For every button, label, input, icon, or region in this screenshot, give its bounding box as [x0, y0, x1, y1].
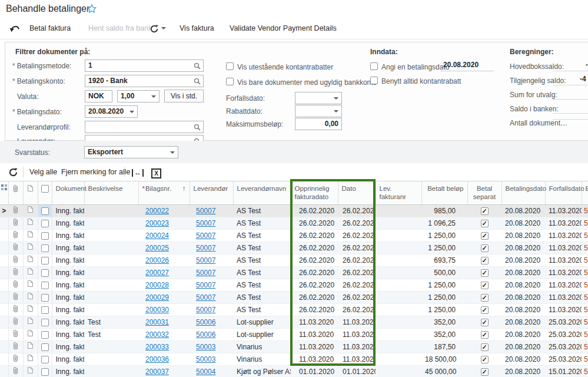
column-header-lev-fakturanr[interactable]: Lev. fakturanr [376, 181, 421, 204]
table-row[interactable]: Inng. fakt…Test20003250006Lot-supplier11… [0, 328, 588, 340]
row-checkbox[interactable] [41, 269, 49, 277]
betal-separat-checkbox[interactable]: ✓ [481, 232, 489, 240]
search-icon[interactable] [194, 123, 201, 134]
betalingskonto-input[interactable]: 1920 - Bank [85, 75, 204, 87]
bilagsnr-link[interactable]: 200029 [145, 293, 169, 302]
bilagsnr-link[interactable]: 200025 [145, 244, 169, 252]
row-checkbox[interactable] [41, 232, 49, 240]
table-row[interactable]: Inng. fakt…20002750007AS Test26.02.20202… [0, 266, 588, 279]
validate-vendor-button[interactable]: Validate Vendor Payment Details [230, 18, 337, 39]
angi-betalingsdato-value[interactable]: 20.08.2020 [441, 59, 494, 71]
leverandor-link[interactable]: 50007 [196, 306, 215, 314]
bilagsnr-link[interactable]: 200031 [145, 318, 169, 326]
betal-separat-checkbox[interactable]: ✓ [481, 207, 489, 215]
table-row[interactable]: Inng. fakt…20002850007AS Test26.02.20202… [0, 279, 588, 291]
bilagsnr-link[interactable]: 200036 [145, 355, 169, 363]
vis-utestaende-checkbox[interactable] [226, 62, 234, 70]
column-header-bilagsnr[interactable]: ↑*Bilagsnr. [138, 181, 190, 204]
forfallsdato-dropdown[interactable] [295, 92, 342, 104]
bilagsnr-link[interactable]: 200026 [145, 256, 169, 264]
betalingsmetode-input[interactable]: 1 [85, 59, 204, 72]
table-row[interactable]: Inng. fakt…20002550007AS Test26.02.20202… [0, 242, 588, 254]
chevron-down-icon[interactable] [129, 111, 134, 115]
row-checkbox[interactable] [41, 220, 49, 227]
row-checkbox[interactable] [41, 319, 49, 326]
row-checkbox[interactable] [41, 207, 49, 215]
column-header-beskrivelse[interactable]: Beskrivelse [84, 181, 138, 204]
leverandorprofil-input[interactable] [85, 121, 204, 133]
betal-separat-checkbox[interactable]: ✓ [481, 220, 489, 227]
leverandor-link[interactable]: 50003 [196, 355, 215, 363]
leverandor-link[interactable]: 50007 [196, 219, 215, 227]
row-checkbox[interactable] [41, 306, 49, 314]
column-header-dokument[interactable]: Dokument [52, 181, 84, 204]
leverandor-link[interactable]: 50007 [196, 293, 215, 302]
table-row[interactable]: Inng. fakt…20002450007AS Test26.02.20202… [0, 229, 588, 242]
bilagsnr-link[interactable]: 200032 [145, 330, 169, 339]
bilagsnr-link[interactable]: 200027 [145, 269, 169, 277]
table-row[interactable]: Inng. fakt…Test20003150006Lot-supplier11… [0, 316, 588, 328]
rabattdato-dropdown[interactable] [295, 105, 342, 117]
rate-dropdown[interactable]: 1,00 [117, 90, 160, 102]
bilagsnr-link[interactable]: 200030 [145, 306, 169, 314]
table-row[interactable]: Inng. fakt…20003750004Kjøtt og Pølser AS… [0, 365, 588, 377]
column-header-leverandornavn[interactable]: Leverandørnavn [233, 181, 291, 204]
betal-separat-checkbox[interactable]: ✓ [481, 269, 489, 277]
row-checkbox[interactable] [41, 343, 49, 351]
leverandor-link[interactable]: 50003 [196, 343, 215, 351]
table-row[interactable]: Inng. fakt…20003050007AS Test26.02.20202… [0, 303, 588, 316]
betal-faktura-button[interactable]: Betal faktura [29, 18, 71, 39]
betal-separat-checkbox[interactable]: ✓ [481, 306, 489, 314]
favorite-star-icon[interactable] [87, 4, 97, 15]
bilagsnr-link[interactable]: 200022 [145, 207, 169, 215]
column-header-betal-separat[interactable]: Betal separat [467, 181, 501, 204]
bilagsnr-link[interactable]: 200028 [145, 281, 169, 289]
table-row[interactable]: Inng. fakt…20003350003Vinarius11.03.2020… [0, 340, 588, 353]
row-checkbox[interactable] [41, 356, 49, 363]
velg-alle-button[interactable]: Velg alle [29, 163, 57, 181]
column-header-betalingsdato[interactable]: Betalingsdato [501, 181, 545, 204]
table-row[interactable]: >Inng. fakt…20002250007AS Test26.02.2020… [0, 204, 588, 217]
search-icon[interactable] [194, 77, 201, 88]
table-row[interactable]: Inng. fakt…20002650007AS Test26.02.20202… [0, 254, 588, 266]
betal-separat-checkbox[interactable]: ✓ [481, 244, 489, 252]
bilagsnr-link[interactable]: 200037 [145, 368, 169, 376]
grid-settings-icon[interactable] [0, 181, 8, 204]
betal-separat-checkbox[interactable]: ✓ [481, 368, 489, 376]
betal-separat-checkbox[interactable]: ✓ [481, 282, 489, 289]
betal-separat-checkbox[interactable]: ✓ [481, 343, 489, 351]
leverandor-link[interactable]: 50006 [196, 330, 215, 339]
undo-icon[interactable] [9, 18, 20, 39]
select-all-checkbox[interactable] [38, 181, 52, 204]
bilagsnr-link[interactable]: 200033 [145, 343, 169, 351]
column-header-opprinnelig-fakturadato[interactable]: Opprinnelig fakturadato [291, 181, 338, 204]
leverandor-link[interactable]: 50007 [196, 232, 215, 240]
row-checkbox[interactable] [41, 257, 49, 264]
table-row[interactable]: Inng. fakt…20002950007AS Test26.02.20202… [0, 291, 588, 303]
row-checkbox[interactable] [41, 294, 49, 302]
vis-i-std-button[interactable]: Vis i std. [164, 90, 204, 102]
row-checkbox[interactable] [41, 368, 49, 376]
vis-bare-checkbox[interactable] [226, 78, 234, 85]
refresh-dropdown-caret[interactable] [161, 27, 166, 32]
bilagsnr-link[interactable]: 200023 [145, 219, 169, 227]
currency-field[interactable]: NOK [85, 90, 112, 102]
benytt-kontantrabatt-checkbox[interactable] [370, 77, 378, 84]
vis-faktura-button[interactable]: Vis faktura [180, 18, 214, 39]
fjern-merking-button[interactable]: Fjern merking for alle [61, 163, 130, 181]
search-icon[interactable] [194, 62, 201, 73]
table-row[interactable]: Inng. fakt…20003650003Vinarius11.03.2020… [0, 353, 588, 365]
betal-separat-checkbox[interactable]: ✓ [481, 319, 489, 326]
row-checkbox[interactable] [41, 282, 49, 289]
fit-width-icon[interactable]: ↔ [132, 164, 144, 181]
row-checkbox[interactable] [41, 331, 49, 339]
table-row[interactable]: Inng. fakt…20002350007AS Test26.02.20202… [0, 217, 588, 229]
betal-separat-checkbox[interactable]: ✓ [481, 257, 489, 264]
leverandor-link[interactable]: 50007 [196, 256, 215, 264]
chevron-down-icon[interactable] [151, 95, 156, 100]
leverandor-link[interactable]: 50007 [196, 244, 215, 252]
column-header-betalt-belop[interactable]: Betalt beløp [421, 181, 467, 204]
column-header-leverandor[interactable]: Leverandør [190, 181, 233, 204]
angi-betalingsdato-checkbox[interactable] [370, 62, 378, 70]
betalingsdato-input[interactable]: 20.08.2020 [85, 105, 138, 118]
